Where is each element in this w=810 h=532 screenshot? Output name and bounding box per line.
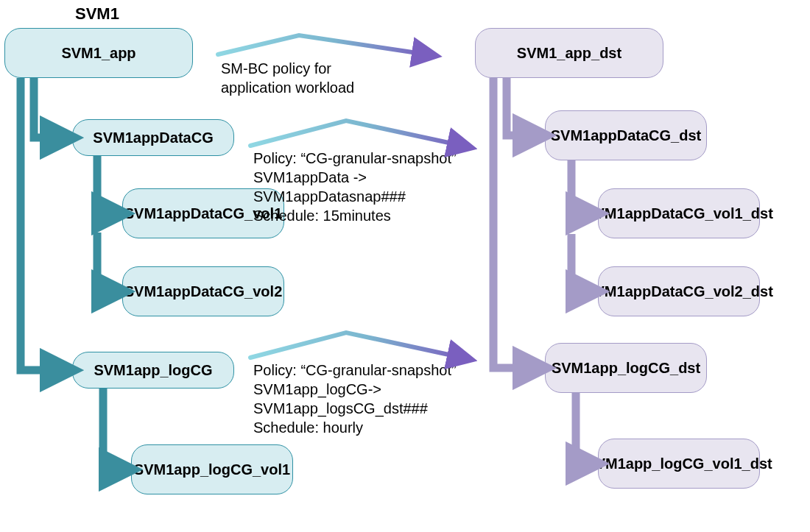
policy-line: SVM1app_logsCG_dst###: [253, 399, 457, 418]
policy-arrow-data: [250, 121, 462, 146]
node-svm1-data-cg: SVM1appDataCG: [72, 119, 234, 156]
policy-log-text: Policy: “CG-granular-snapshot” SVM1app_l…: [253, 361, 457, 437]
policy-data-text: Policy: “CG-granular-snapshot” SVM1appDa…: [253, 149, 457, 225]
policy-line: Policy: “CG-granular-snapshot”: [253, 149, 457, 168]
node-label: SVM1_app_dst: [517, 44, 621, 62]
policy-line: Policy: “CG-granular-snapshot”: [253, 361, 457, 380]
node-label: SVM1appDataCG_vol2: [124, 283, 283, 300]
policy-line: SVM1appDatasnap###: [253, 187, 457, 206]
node-svm1-app-dst: SVM1_app_dst: [475, 28, 663, 78]
node-svm1-data-cg-dst: SVM1appDataCG_dst: [545, 110, 707, 160]
policy-line: SVM1appData ->: [253, 168, 457, 187]
elbow-dst-root-logcg: [493, 78, 535, 368]
policy-line: Schedule: 15minutes: [253, 206, 457, 225]
policy-arrow-app: [218, 35, 427, 54]
policy-line: Schedule: hourly: [253, 418, 457, 437]
elbow-src-root-logcg: [21, 78, 62, 370]
elbow-src-logcg-vol1: [103, 389, 121, 469]
node-svm1-app: SVM1_app: [4, 28, 193, 78]
node-label: SVM1appDataCG_vol1_dst: [585, 205, 773, 222]
node-label: SVM1app_logCG_dst: [552, 359, 700, 377]
policy-app-text: SM-BC policy for application workload: [221, 59, 354, 97]
elbow-dst-root-datacg: [507, 78, 535, 135]
elbow-src-vol1-vol2: [97, 233, 113, 291]
node-label: SVM1appDataCG_vol2_dst: [585, 283, 773, 300]
policy-line: SVM1app_logCG->: [253, 380, 457, 399]
elbow-src-datacg-vol1: [97, 156, 113, 213]
node-label: SVM1appDataCG_dst: [551, 127, 702, 144]
node-label: SVM1app_logCG_vol1: [134, 461, 290, 478]
node-label: SVM1_app: [61, 44, 135, 62]
node-svm1-data-vol2: SVM1appDataCG_vol2: [122, 266, 284, 316]
node-label: SVM1app_logCG_vol1_dst: [585, 455, 772, 472]
policy-line: application workload: [221, 78, 354, 97]
elbow-dst-logcg-vol1: [576, 393, 588, 464]
node-svm1-data-vol1-dst: SVM1appDataCG_vol1_dst: [598, 188, 760, 238]
node-label: SVM1app_logCG: [94, 361, 212, 379]
policy-line: SM-BC policy for: [221, 59, 354, 78]
policy-arrow-log: [250, 333, 462, 358]
diagram-title: SVM1: [75, 4, 119, 24]
node-svm1-log-vol1: SVM1app_logCG_vol1: [131, 444, 293, 494]
node-svm1-log-cg-dst: SVM1app_logCG_dst: [545, 343, 707, 393]
node-svm1-data-vol2-dst: SVM1appDataCG_vol2_dst: [598, 266, 760, 316]
node-svm1-log-vol1-dst: SVM1app_logCG_vol1_dst: [598, 439, 760, 489]
node-svm1-log-cg: SVM1app_logCG: [72, 352, 234, 389]
node-label: SVM1appDataCG: [93, 129, 213, 146]
elbow-src-root-datacg: [34, 78, 62, 138]
